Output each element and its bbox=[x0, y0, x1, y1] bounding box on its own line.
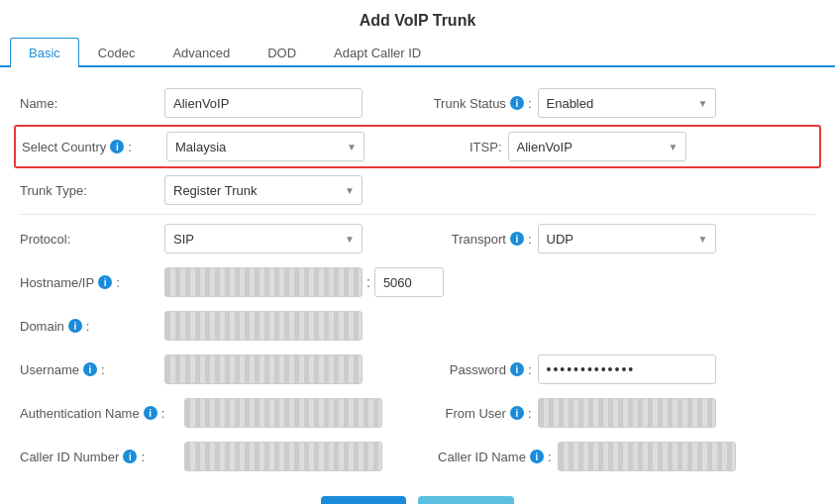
trunk-status-select[interactable]: Enabled Disabled bbox=[538, 88, 716, 118]
field-group-domain: Domain i : bbox=[20, 311, 815, 341]
field-group-auth-name: Authentication Name i : bbox=[20, 398, 413, 428]
callerid-name-text: Caller ID Name bbox=[438, 450, 526, 464]
domain-text: Domain bbox=[20, 319, 64, 334]
field-group-from-user: From User i : bbox=[423, 398, 816, 428]
hostname-colon: : bbox=[116, 275, 120, 290]
auth-name-text: Authentication Name bbox=[20, 406, 140, 421]
from-user-input[interactable] bbox=[538, 398, 716, 428]
username-info-icon[interactable]: i bbox=[83, 362, 97, 376]
callerid-number-colon: : bbox=[141, 450, 145, 464]
transport-label: Transport i : bbox=[423, 232, 532, 247]
field-group-country: Select Country i : Malaysia United State… bbox=[22, 132, 413, 161]
tab-codec[interactable]: Codec bbox=[79, 38, 155, 67]
username-input[interactable] bbox=[164, 354, 363, 384]
tabs-container: Basic Codec Advanced DOD Adapt Caller ID bbox=[0, 38, 835, 67]
hostname-label: Hostname/IP i : bbox=[20, 275, 158, 290]
row-protocol-transport: Protocol: SIP IAX2 ▼ Transport i : UDP T… bbox=[20, 217, 815, 260]
trunk-status-colon: : bbox=[528, 96, 532, 111]
callerid-number-label: Caller ID Number i : bbox=[20, 450, 178, 464]
hostname-port-group: : bbox=[164, 267, 444, 297]
trunk-status-label: Trunk Status i : bbox=[423, 96, 532, 111]
row-domain: Domain i : bbox=[20, 304, 815, 348]
row-country-itsp: Select Country i : Malaysia United State… bbox=[14, 125, 821, 168]
transport-colon: : bbox=[528, 232, 532, 247]
tab-dod[interactable]: DOD bbox=[249, 38, 315, 67]
trunk-status-info-icon[interactable]: i bbox=[510, 96, 524, 110]
country-select-wrapper: Malaysia United States United Kingdom Au… bbox=[166, 132, 365, 161]
hostname-text: Hostname/IP bbox=[20, 275, 94, 290]
trunk-type-label: Trunk Type: bbox=[20, 183, 158, 198]
callerid-name-info-icon[interactable]: i bbox=[530, 450, 544, 463]
tab-adapt-caller-id[interactable]: Adapt Caller ID bbox=[315, 38, 440, 67]
username-label: Username i : bbox=[20, 362, 158, 377]
row-auth-fromuser: Authentication Name i : From User i : bbox=[20, 391, 815, 435]
tab-advanced[interactable]: Advanced bbox=[154, 38, 249, 67]
username-text: Username bbox=[20, 362, 79, 377]
trunk-status-text: Trunk Status bbox=[434, 96, 506, 111]
itsp-text: ITSP: bbox=[470, 140, 502, 154]
callerid-number-text: Caller ID Number bbox=[20, 450, 119, 464]
country-colon: : bbox=[128, 140, 132, 154]
protocol-label: Protocol: bbox=[20, 232, 158, 247]
field-group-trunk-status: Trunk Status i : Enabled Disabled ▼ bbox=[423, 88, 816, 118]
hostname-info-icon[interactable]: i bbox=[98, 275, 112, 289]
country-info-icon[interactable]: i bbox=[110, 140, 124, 153]
password-colon: : bbox=[528, 362, 532, 377]
callerid-name-input[interactable] bbox=[558, 442, 736, 471]
callerid-name-colon: : bbox=[548, 450, 552, 464]
select-country-text: Select Country bbox=[22, 140, 106, 154]
row-trunk-type: Trunk Type: Register Trunk Peer Trunk Gu… bbox=[20, 168, 815, 212]
field-group-name: Name: bbox=[20, 88, 413, 118]
trunk-status-select-wrapper: Enabled Disabled ▼ bbox=[538, 88, 716, 118]
password-label: Password i : bbox=[423, 362, 532, 377]
field-group-transport: Transport i : UDP TCP TLS ▼ bbox=[423, 224, 816, 253]
callerid-number-input[interactable] bbox=[184, 442, 382, 471]
port-separator: : bbox=[366, 274, 370, 290]
trunk-type-select[interactable]: Register Trunk Peer Trunk Guest Trunk bbox=[164, 175, 363, 205]
itsp-select-wrapper: AlienVoIP ▼ bbox=[508, 132, 686, 161]
country-select[interactable]: Malaysia United States United Kingdom Au… bbox=[166, 132, 365, 161]
name-label: Name: bbox=[20, 96, 158, 111]
callerid-name-label: Caller ID Name i : bbox=[423, 450, 552, 464]
password-input[interactable] bbox=[538, 354, 716, 384]
field-group-username: Username i : bbox=[20, 354, 413, 384]
transport-info-icon[interactable]: i bbox=[510, 232, 524, 246]
protocol-select[interactable]: SIP IAX2 bbox=[164, 224, 363, 253]
row-hostname: Hostname/IP i : : bbox=[20, 260, 815, 304]
domain-info-icon[interactable]: i bbox=[68, 319, 82, 333]
transport-select-wrapper: UDP TCP TLS ▼ bbox=[538, 224, 716, 253]
transport-select[interactable]: UDP TCP TLS bbox=[538, 224, 716, 253]
field-group-callerid-name: Caller ID Name i : bbox=[423, 442, 816, 471]
port-input[interactable] bbox=[374, 267, 444, 297]
itsp-select[interactable]: AlienVoIP bbox=[508, 132, 686, 161]
username-colon: : bbox=[101, 362, 105, 377]
field-group-trunk-type: Trunk Type: Register Trunk Peer Trunk Gu… bbox=[20, 175, 815, 205]
page-title: Add VoIP Trunk bbox=[0, 0, 835, 38]
hostname-input[interactable] bbox=[164, 267, 363, 297]
transport-text: Transport bbox=[452, 232, 506, 247]
save-button[interactable]: Save bbox=[321, 496, 406, 504]
name-input[interactable] bbox=[164, 88, 363, 118]
select-country-label: Select Country i : bbox=[22, 140, 160, 154]
tab-basic[interactable]: Basic bbox=[10, 38, 79, 67]
from-user-label: From User i : bbox=[423, 406, 532, 421]
from-user-colon: : bbox=[528, 406, 532, 421]
password-info-icon[interactable]: i bbox=[510, 362, 524, 376]
domain-colon: : bbox=[86, 319, 90, 334]
field-group-itsp: ITSP: AlienVoIP ▼ bbox=[423, 132, 814, 161]
domain-input[interactable] bbox=[164, 311, 363, 341]
callerid-number-info-icon[interactable]: i bbox=[123, 450, 137, 463]
auth-name-label: Authentication Name i : bbox=[20, 406, 178, 421]
password-text: Password bbox=[450, 362, 506, 377]
from-user-info-icon[interactable]: i bbox=[510, 406, 524, 420]
from-user-text: From User bbox=[445, 406, 505, 421]
row-username-password: Username i : Password i : bbox=[20, 348, 815, 391]
trunk-type-select-wrapper: Register Trunk Peer Trunk Guest Trunk ▼ bbox=[164, 175, 363, 205]
cancel-button[interactable]: Cancel bbox=[418, 496, 513, 504]
button-row: Save Cancel bbox=[20, 496, 815, 504]
form-container: Name: Trunk Status i : Enabled Disabled … bbox=[0, 67, 835, 504]
field-group-hostname: Hostname/IP i : : bbox=[20, 267, 815, 297]
auth-name-info-icon[interactable]: i bbox=[144, 406, 157, 420]
auth-name-input[interactable] bbox=[184, 398, 382, 428]
row-callerid: Caller ID Number i : Caller ID Name i : bbox=[20, 435, 815, 478]
